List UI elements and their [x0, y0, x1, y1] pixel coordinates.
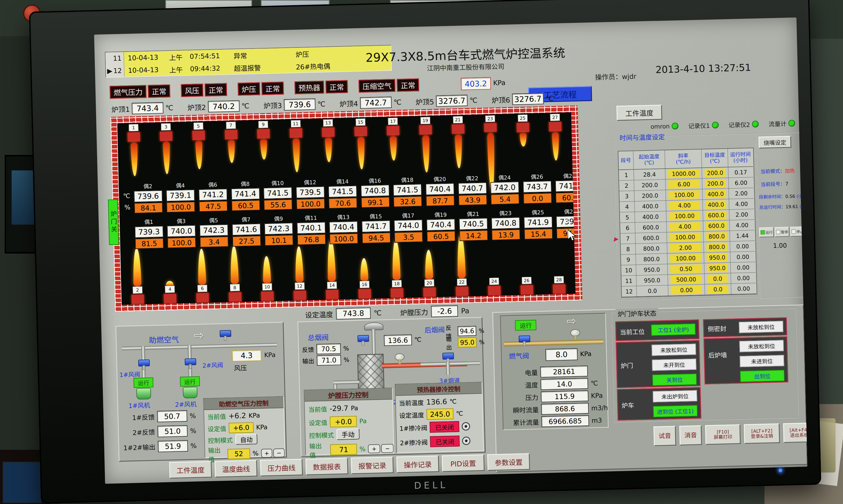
nav-button[interactable]: 压力曲线: [260, 459, 303, 476]
increase-button[interactable]: +: [368, 444, 380, 453]
thermocouple-temp: 739.1: [166, 190, 195, 202]
exit-system-button[interactable]: [Alt+F4]退出系统: [783, 422, 807, 443]
fan-feedback-row: 1#2#输出 51.9 %: [122, 440, 197, 453]
fan-feedback-row: 1#反馈 50.7 %: [121, 410, 196, 423]
roof-temp-label: 炉顶2: [187, 102, 206, 112]
thermocouple-label: 偶20: [433, 175, 446, 183]
duct-pipe: [333, 380, 359, 384]
slope-cell[interactable]: 100.00: [666, 189, 703, 201]
slope-cell[interactable]: 2.00: [667, 242, 704, 254]
thermocouple: 偶2 739.6 84.1: [131, 182, 164, 214]
target-temp-cell[interactable]: 950.0: [704, 263, 731, 274]
thermocouple-output-pct: 3.5: [394, 232, 423, 243]
burner-number: 18: [392, 280, 402, 287]
datetime: 2013-4-10 13:27:51: [656, 62, 751, 75]
thermocouple-output-pct: 76.8: [297, 234, 326, 245]
burner-number: 15: [355, 119, 365, 126]
target-temp-cell[interactable]: 600.0: [703, 220, 730, 231]
fan-feedback-value: 51.9: [158, 440, 188, 452]
target-temp-cell[interactable]: 400.0: [702, 188, 729, 200]
test-sound-button[interactable]: 试音: [653, 426, 676, 446]
burner-number: 20: [424, 279, 434, 287]
thermocouple-label: 偶26: [531, 173, 543, 180]
target-temp-cell[interactable]: 800.0: [704, 241, 730, 253]
nav-button[interactable]: 参数设置: [487, 453, 530, 471]
slope-cell[interactable]: 0.50: [668, 263, 704, 275]
burner-brick-icon: [455, 286, 469, 297]
target-temp-cell[interactable]: 400.0: [703, 199, 729, 210]
slope-cell[interactable]: 100.00: [666, 211, 703, 222]
checkbox-icon: [760, 230, 765, 234]
chamber-output[interactable]: 71: [330, 444, 357, 455]
slope-cell[interactable]: 4.00: [666, 200, 703, 211]
chamber-mode-button[interactable]: 手动: [336, 428, 360, 440]
decrease-button[interactable]: −: [273, 449, 285, 457]
status-badge-state: 正常: [262, 82, 284, 95]
slope-cell[interactable]: 0.00: [668, 285, 705, 296]
decrease-button[interactable]: −: [381, 444, 394, 453]
photo-scene: 11 10-04-13上午07:54:51异常炉压 ▶12 10-04-13上午…: [0, 0, 843, 504]
current-mode: 当前模式：加热: [760, 167, 795, 175]
slope-cell[interactable]: 1000.00: [665, 168, 702, 179]
burner-brick-icon: [196, 292, 210, 303]
thermocouple-temp: 740.7: [458, 182, 487, 194]
segment-cell: 9: [621, 254, 636, 265]
nav-button[interactable]: PID设置: [442, 454, 485, 472]
thermocouple-temp: 740.8: [491, 217, 520, 229]
segment-cell: 11: [622, 275, 636, 286]
control-mode-button[interactable]: 自动: [235, 433, 257, 445]
target-temp-cell[interactable]: 200.0: [702, 167, 729, 178]
fan-feedback-value: 51.0: [158, 425, 188, 437]
workpiece-temp-button[interactable]: 工件温度: [616, 105, 662, 121]
start-temp-cell: 400.0: [634, 201, 666, 212]
slope-cell[interactable]: 100.00: [667, 253, 704, 264]
thermocouple-output-pct: 60.5: [231, 200, 260, 211]
thermocouple: 偶10 741.5 55.6: [262, 178, 294, 210]
target-temp-cell[interactable]: 600.0: [703, 210, 730, 221]
slope-cell[interactable]: 4.00: [667, 221, 703, 232]
segment-cell: 3: [619, 191, 634, 202]
nav-button[interactable]: 数据报表: [306, 458, 348, 475]
checkbox-icon: [776, 230, 780, 234]
login-logout-button[interactable]: [ALT+F2]登录&注销: [744, 424, 780, 444]
slope-cell[interactable]: 6.00: [666, 179, 702, 190]
status-badge: 压缩空气 正常: [358, 78, 419, 93]
output-value[interactable]: 52: [228, 449, 250, 459]
roof-temp-label: 炉顶6: [491, 94, 510, 105]
target-temp-cell[interactable]: 950.0: [704, 252, 731, 263]
eye-icon[interactable]: [462, 422, 470, 431]
mute-button[interactable]: 消音: [679, 425, 702, 445]
bottom-left-screen: [3, 462, 41, 503]
fan-feedback-row: 2#反馈 51.0 %: [121, 425, 197, 438]
nav-button[interactable]: 操作记录: [396, 455, 439, 473]
thermocouple-temp: 743.7: [523, 181, 552, 193]
target-temp-cell[interactable]: 0.0: [705, 284, 732, 295]
run-button[interactable]: 运行: [759, 227, 774, 237]
target-temp-cell[interactable]: 800.0: [703, 231, 730, 242]
nav-button[interactable]: 报警记录: [351, 456, 394, 474]
pause-button[interactable]: 暂停: [774, 227, 789, 237]
rear-valve-output[interactable]: 95.0: [458, 337, 477, 347]
precool-setpoint[interactable]: 245.0: [426, 409, 453, 420]
target-temp-cell[interactable]: 0.0: [704, 273, 731, 284]
increase-button[interactable]: +: [261, 449, 272, 458]
eye-icon[interactable]: [462, 437, 470, 445]
target-temp-cell[interactable]: 200.0: [702, 178, 729, 189]
stop-button[interactable]: 停止: [790, 227, 805, 236]
setpoint-value[interactable]: +6.0: [229, 422, 254, 433]
nav-button[interactable]: 温度曲线: [215, 460, 257, 478]
alarm-row-number: 11: [105, 52, 124, 65]
burner-number: 19: [420, 117, 431, 124]
rear-duct-pipe: [446, 362, 450, 375]
burner-setting-button[interactable]: 烧嘴设定: [758, 136, 791, 148]
thermocouple: 偶26 743.7 0.0: [521, 172, 554, 204]
slope-cell[interactable]: 100.00: [667, 232, 704, 243]
burner-brick-icon: [390, 288, 404, 298]
slope-cell[interactable]: 500.00: [668, 274, 705, 285]
green-status-dot-icon: [672, 123, 679, 130]
nav-button[interactable]: 工件温度: [169, 461, 212, 479]
chamber-control-title: 炉膛压力控制: [304, 388, 392, 401]
chamber-setpoint[interactable]: +0.0: [330, 416, 357, 428]
screen-print-button[interactable]: [F10]屏幕打印: [705, 424, 741, 445]
start-temp-cell: 800.0: [636, 254, 668, 265]
